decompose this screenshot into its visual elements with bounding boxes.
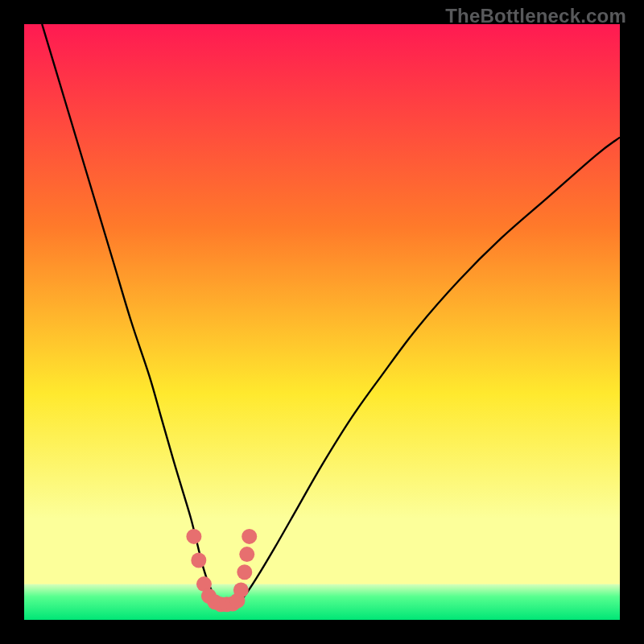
watermark-text: TheBottleneck.com: [445, 5, 626, 27]
marker-dot: [186, 529, 201, 544]
chart-frame: TheBottleneck.com: [0, 0, 644, 644]
gradient-bg: [24, 24, 620, 620]
chart-svg: [24, 24, 620, 620]
marker-dot: [233, 583, 249, 598]
marker-dot: [242, 529, 257, 544]
green-band: [24, 584, 620, 620]
marker-dot: [191, 553, 206, 568]
marker-dot: [237, 564, 252, 580]
plot-area: [24, 24, 620, 620]
marker-dot: [239, 547, 254, 562]
